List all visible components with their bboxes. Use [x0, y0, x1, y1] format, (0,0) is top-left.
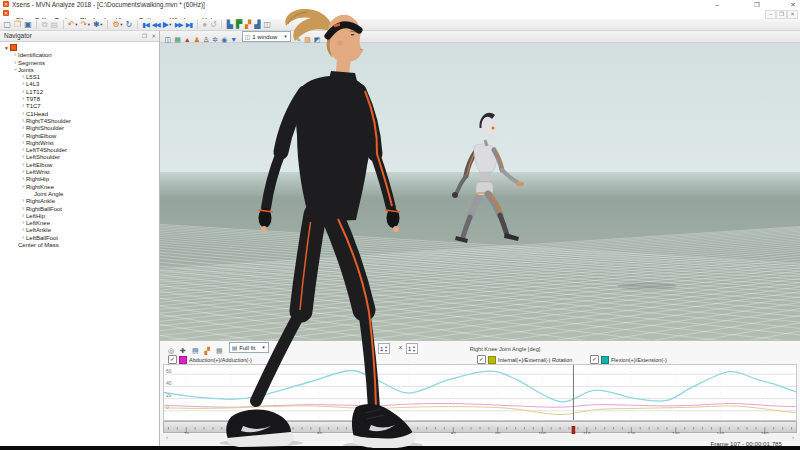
tree-item-label: C1Head: [26, 111, 48, 117]
save-file-button[interactable]: ▣: [23, 20, 34, 30]
tree-item-rightt4shoulder[interactable]: ›RightT4Shoulder: [0, 117, 159, 124]
tree-item-rightwrist[interactable]: ›RightWrist: [0, 139, 159, 146]
filter-icon[interactable]: ▼: [229, 35, 239, 45]
chart-overlay-icon[interactable]: ▞: [202, 346, 213, 356]
zoom-tool-icon[interactable]: ◎: [165, 346, 177, 356]
skeleton-view-icon[interactable]: ♙: [201, 35, 210, 45]
expander-icon[interactable]: ›: [19, 183, 26, 189]
process-icon: ⚙: [112, 20, 119, 30]
loop-button[interactable]: ↺: [209, 20, 219, 30]
character-view-icon[interactable]: ♟: [192, 35, 201, 45]
tree-item-t9t8[interactable]: ›T9T8: [0, 95, 159, 102]
scroll-left-icon[interactable]: ‹: [166, 434, 168, 441]
camera-follow-icon-icon: ◉: [221, 35, 227, 45]
tree-item-t1c7[interactable]: ›T1C7: [0, 102, 159, 109]
show-graphs-icon: ▙: [227, 20, 233, 30]
chart-overlay-icon-icon: ▞: [205, 347, 210, 355]
edit-graph-button[interactable]: ▞: [244, 20, 253, 30]
copy-button[interactable]: ⧉: [40, 20, 49, 30]
legend-checkbox[interactable]: ✓: [477, 355, 486, 364]
reprocess-button[interactable]: ↻: [124, 20, 134, 30]
chart-grid-icon[interactable]: ▦: [213, 346, 226, 356]
redo-button[interactable]: ↷▾: [79, 20, 91, 30]
3d-viewport[interactable]: [160, 43, 800, 340]
timeline-scrollbar[interactable]: ‹ ›: [160, 434, 800, 441]
tree-item-lefthip[interactable]: ›LeftHip: [0, 212, 159, 219]
minimize-button[interactable]: –: [710, 0, 724, 9]
tree-item-leftt4shoulder[interactable]: ›LeftT4Shoulder: [0, 146, 159, 153]
open-file-button[interactable]: ❐: [13, 20, 23, 30]
scroll-right-icon[interactable]: ›: [792, 434, 794, 441]
select-graph-button[interactable]: ▟: [253, 20, 262, 30]
pan-tool-icon[interactable]: ✚: [177, 346, 189, 356]
window-count-select[interactable]: ◫ 1 window ▼: [242, 31, 291, 42]
play-button[interactable]: ▶▾: [161, 20, 173, 30]
tree-item-leftknee[interactable]: ›LeftKnee: [0, 219, 159, 226]
tree-item-leftwrist[interactable]: ›LeftWrist: [0, 168, 159, 175]
tree-item-rightankle[interactable]: ›RightAnkle: [0, 197, 159, 204]
tree-item-center-of-mass[interactable]: Center of Mass: [0, 241, 159, 248]
step-back-button[interactable]: ◀◀: [150, 20, 161, 30]
paste-button[interactable]: ▤: [49, 20, 60, 30]
origin-marker-icon[interactable]: ▲: [182, 35, 192, 45]
step-forward-button[interactable]: ▶▶: [173, 20, 184, 30]
legend-label: Internal(+)/External(-) Rotation: [498, 357, 572, 363]
expander-icon[interactable]: ›: [11, 67, 18, 73]
mdi-close-button[interactable]: ✕: [787, 10, 798, 19]
tree-item-l4l3[interactable]: ›L4L3: [0, 80, 159, 87]
tree-item-l5s1[interactable]: ›L5S1: [0, 73, 159, 80]
viewport-split-icon[interactable]: ◫: [163, 35, 173, 45]
fit-select[interactable]: ▤ Full fit ▼: [229, 342, 269, 353]
go-to-end-button[interactable]: ▶▮: [184, 20, 194, 30]
mdi-minimize-button[interactable]: –: [765, 10, 776, 19]
stepper-arrows-icon[interactable]: ▲▼: [384, 345, 387, 353]
tree-item-label: RightShoulder: [26, 125, 64, 131]
grid-toggle-icon[interactable]: ▦: [173, 35, 183, 45]
tree-item-leftelbow[interactable]: ›LeftElbow: [0, 161, 159, 168]
step-back-icon: ◀◀: [152, 20, 160, 30]
tree-item-leftankle[interactable]: ›LeftAnkle: [0, 226, 159, 233]
new-file-button[interactable]: ▢: [2, 20, 13, 30]
restore-button[interactable]: ❐: [750, 0, 764, 9]
tree-item-rightballfoot[interactable]: ›RightBallFoot: [0, 205, 159, 212]
tree-item-rightshoulder[interactable]: ›RightShoulder: [0, 124, 159, 131]
select-graph-icon: ▟: [254, 20, 260, 30]
window-title: Xsens - MVN Analyze 2018 - [C:\Documents…: [12, 1, 205, 8]
chart-plot[interactable]: 0204060: [163, 364, 797, 421]
undo-button[interactable]: ↶▾: [67, 20, 79, 30]
marker-edit-icon[interactable]: ▨: [303, 35, 313, 45]
timeline-ruler[interactable]: 2030405060708090100110120130140150: [163, 421, 797, 433]
tools-button[interactable]: ✱▾: [92, 20, 104, 30]
tree-item-leftshoulder[interactable]: ›LeftShoulder: [0, 153, 159, 160]
go-to-start-button[interactable]: ▮◀: [141, 20, 151, 30]
tree-item-leftballfoot[interactable]: ›LeftBallFoot: [0, 234, 159, 241]
tree-item-c1head[interactable]: ›C1Head: [0, 110, 159, 117]
legend-checkbox[interactable]: ✓: [590, 355, 599, 364]
contact-edit-icon[interactable]: ✎: [294, 35, 303, 45]
process-button[interactable]: ⚙▾: [111, 20, 124, 30]
pages-x-stepper[interactable]: 1 ▲▼: [378, 343, 390, 354]
tree-item-joint-angle[interactable]: Joint Angle: [0, 190, 159, 197]
float-panel-icon[interactable]: ❐: [142, 31, 147, 41]
new-graph-button[interactable]: ▛: [234, 20, 243, 30]
tree-item-rightknee[interactable]: ›RightKnee: [0, 183, 159, 190]
reprocess-icon: ↻: [125, 20, 132, 30]
sensor-view-icon[interactable]: ✲: [211, 35, 220, 45]
legend-checkbox[interactable]: ✓: [168, 355, 177, 364]
show-graphs-button[interactable]: ▙: [225, 20, 234, 30]
tree-item-rightelbow[interactable]: ›RightElbow: [0, 132, 159, 139]
tree-item-session-root[interactable]: ▼: [0, 44, 159, 51]
camera-follow-icon[interactable]: ◉: [220, 35, 229, 45]
snapshot-icon[interactable]: ◩: [312, 35, 322, 45]
tree-item-righthip[interactable]: ›RightHip: [0, 175, 159, 182]
close-panel-icon[interactable]: ✕: [151, 31, 156, 41]
chart-mode-icon[interactable]: ▤: [189, 346, 202, 356]
tree-item-segments[interactable]: ›Segments: [0, 59, 159, 66]
window-layout-button[interactable]: ◫: [262, 20, 273, 30]
record-button[interactable]: ●: [201, 20, 209, 30]
tree-item-l1t12[interactable]: ›L1T12: [0, 88, 159, 95]
tree-item-identification[interactable]: ›Identification: [0, 51, 159, 58]
tree-item-joints[interactable]: ›Joints: [0, 66, 159, 73]
mdi-restore-button[interactable]: ❐: [776, 10, 787, 19]
close-button[interactable]: ✕: [786, 0, 800, 9]
